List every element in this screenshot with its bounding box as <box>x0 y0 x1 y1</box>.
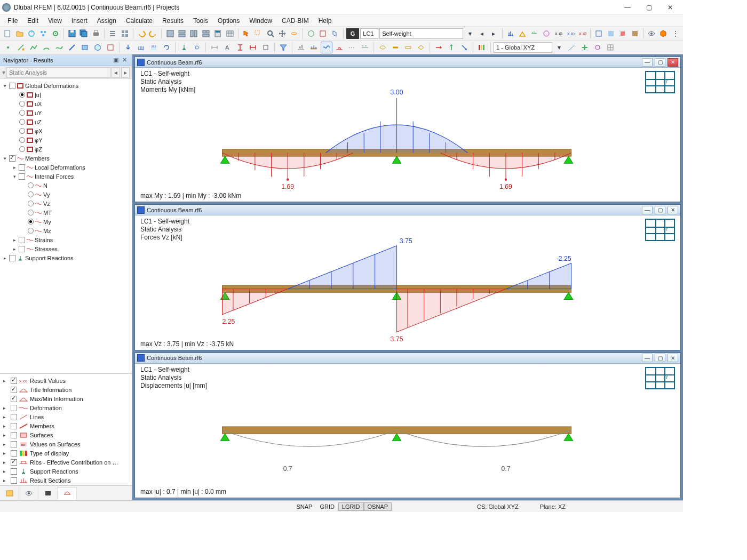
view-iso-icon[interactable] <box>306 28 316 39</box>
display-4-icon[interactable] <box>333 42 345 53</box>
prev-lc-icon[interactable]: ◂ <box>476 28 487 39</box>
view-front-icon[interactable] <box>317 28 328 39</box>
redo-icon[interactable] <box>148 28 158 39</box>
navigator-close-icon[interactable]: ✕ <box>120 56 129 65</box>
results-tree[interactable]: ▾ Global Deformations |u| uX uY uZ φX φY… <box>0 79 132 373</box>
calculate-icon[interactable] <box>212 28 223 39</box>
rv-icon-4[interactable] <box>541 28 552 39</box>
zoom-window-icon[interactable] <box>253 28 264 39</box>
y-axis-icon[interactable] <box>446 42 457 53</box>
doc-close-button[interactable]: ✕ <box>667 206 678 214</box>
navigator-dock-icon[interactable]: ▣ <box>112 56 120 65</box>
cs-edit-icon[interactable] <box>566 42 578 53</box>
text-icon[interactable]: A <box>221 42 233 53</box>
window-3-icon[interactable] <box>188 28 199 39</box>
zoom-fit-icon[interactable] <box>265 28 275 39</box>
cs-pick-icon[interactable] <box>592 42 603 53</box>
dropdown-icon[interactable]: ▾ <box>464 28 475 39</box>
menu-tools[interactable]: Tools <box>189 17 212 25</box>
close-button[interactable]: ✕ <box>659 0 681 15</box>
doc-min-button[interactable]: — <box>642 354 653 362</box>
doc-close-button[interactable]: ✕ <box>667 354 678 362</box>
beam-type-1-icon[interactable] <box>377 42 388 53</box>
surface-icon[interactable] <box>79 42 91 53</box>
rv-icon-3[interactable] <box>529 28 539 39</box>
tree-members[interactable]: Members <box>25 155 50 162</box>
tree-phiy[interactable]: φY <box>35 137 42 143</box>
beam-type-2-icon[interactable] <box>390 42 401 53</box>
tree-n[interactable]: N <box>43 182 47 189</box>
opt-ribs[interactable]: Ribs - Effective Contribution on Surfac.… <box>30 459 121 466</box>
rv-icon-5[interactable]: x.xx <box>553 28 563 39</box>
view-right-icon[interactable] <box>329 28 340 39</box>
display-2-icon[interactable] <box>308 42 320 53</box>
filter-icon[interactable]: ▾ <box>2 69 5 76</box>
spline-icon[interactable] <box>53 42 65 53</box>
tree-mt[interactable]: MT <box>43 210 52 216</box>
undo-icon[interactable] <box>136 28 147 39</box>
doc-canvas-forces[interactable]: LC1 - Self-weightStatic AnalysisForces V… <box>135 215 680 349</box>
doc-close-button[interactable]: ✕ <box>667 58 678 67</box>
beam-type-3-icon[interactable] <box>402 42 414 53</box>
doc-max-button[interactable]: ▢ <box>655 206 665 214</box>
grid-icon[interactable] <box>119 28 130 39</box>
arc-icon[interactable] <box>41 42 52 53</box>
tree-uy[interactable]: uY <box>35 110 42 116</box>
rv-icon-7[interactable]: x.xx <box>577 28 587 39</box>
menu-edit[interactable]: Edit <box>23 17 43 25</box>
dimension-icon[interactable] <box>209 42 220 53</box>
load-node-icon[interactable] <box>122 42 134 53</box>
support-icon[interactable] <box>178 42 190 53</box>
solid-icon[interactable] <box>92 42 104 53</box>
menu-results[interactable]: Results <box>158 17 188 25</box>
load-line-icon[interactable] <box>135 42 147 53</box>
tree-phix[interactable]: φX <box>35 128 42 134</box>
rv-icon-6[interactable]: x.xx <box>565 28 575 39</box>
render-texture-icon[interactable] <box>629 28 640 39</box>
palette-icon[interactable] <box>476 42 488 53</box>
menu-file[interactable]: File <box>3 17 22 25</box>
z-axis-icon[interactable] <box>458 42 470 53</box>
tree-phiz[interactable]: φZ <box>35 146 42 153</box>
pan-icon[interactable] <box>277 28 288 39</box>
menu-help[interactable]: Help <box>314 17 336 25</box>
cube-icon[interactable] <box>658 28 669 39</box>
node-icon[interactable] <box>2 42 14 53</box>
window-4-icon[interactable] <box>201 28 211 39</box>
tree-stresses[interactable]: Stresses <box>35 246 58 252</box>
opt-result-sections[interactable]: Result Sections <box>30 477 70 484</box>
table-icon[interactable] <box>224 28 235 39</box>
window-1-icon[interactable] <box>164 28 175 39</box>
opt-support-reactions[interactable]: Support Reactions <box>30 468 78 475</box>
nav-tab-4[interactable] <box>58 487 77 500</box>
member-icon[interactable] <box>66 42 78 53</box>
doc-max-button[interactable]: ▢ <box>655 58 665 67</box>
doc-canvas-moments[interactable]: LC1 - Self-weightStatic AnalysisMoments … <box>135 68 680 202</box>
section-box-icon[interactable] <box>260 42 272 53</box>
tree-mz[interactable]: Mz <box>43 228 51 234</box>
minimize-button[interactable]: — <box>617 0 638 15</box>
display-1-icon[interactable] <box>295 42 307 53</box>
cs-new-icon[interactable] <box>579 42 591 53</box>
menu-view[interactable]: View <box>44 17 66 25</box>
save-all-icon[interactable] <box>78 28 89 39</box>
menu-cadbim[interactable]: CAD-BIM <box>277 17 313 25</box>
opt-values-surf[interactable]: Values on Surfaces <box>30 441 81 447</box>
status-grid[interactable]: GRID <box>316 502 338 511</box>
display-5-icon[interactable] <box>346 42 358 53</box>
render-wireframe-icon[interactable] <box>593 28 604 39</box>
tree-u[interactable]: |u| <box>35 92 41 98</box>
list-icon[interactable] <box>107 28 118 39</box>
next-lc-icon[interactable]: ▸ <box>488 28 499 39</box>
tree-uz[interactable]: uZ <box>35 119 42 125</box>
filter-icon[interactable] <box>277 42 289 53</box>
menu-insert[interactable]: Insert <box>67 17 92 25</box>
x-axis-icon[interactable] <box>433 42 444 53</box>
rv-icon-1[interactable] <box>505 28 516 39</box>
save-icon[interactable] <box>67 28 77 39</box>
opt-result-values[interactable]: Result Values <box>30 378 66 384</box>
filter-combo[interactable]: Static Analysis <box>6 67 110 78</box>
maximize-button[interactable]: ▢ <box>638 0 659 15</box>
doc-canvas-disp[interactable]: LC1 - Self-weightStatic AnalysisDisplace… <box>135 364 680 498</box>
rotate-icon[interactable] <box>289 28 299 39</box>
